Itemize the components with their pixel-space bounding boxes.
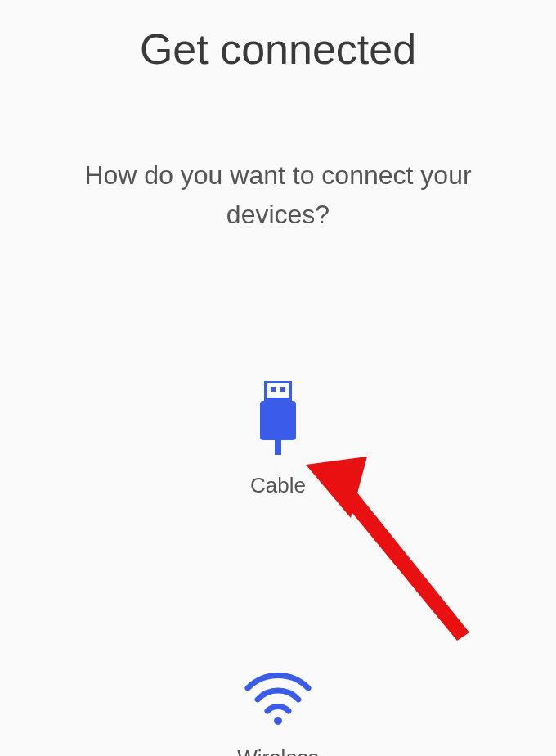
- page-subtitle: How do you want to connect your devices?: [49, 155, 507, 234]
- wifi-icon: [241, 670, 315, 731]
- svg-marker-7: [333, 475, 469, 641]
- svg-rect-1: [271, 387, 276, 392]
- svg-rect-3: [260, 401, 296, 440]
- wireless-option[interactable]: Wireless: [237, 670, 319, 756]
- cable-option[interactable]: Cable: [250, 381, 306, 498]
- wireless-option-label: Wireless: [237, 745, 319, 756]
- svg-marker-6: [306, 457, 367, 518]
- page-title: Get connected: [140, 25, 416, 74]
- arrow-annotation: [306, 448, 486, 664]
- usb-cable-icon: [256, 381, 300, 458]
- svg-point-5: [274, 717, 282, 725]
- svg-rect-2: [280, 387, 285, 392]
- svg-rect-0: [266, 381, 290, 399]
- svg-rect-4: [275, 440, 281, 455]
- cable-option-label: Cable: [250, 473, 306, 498]
